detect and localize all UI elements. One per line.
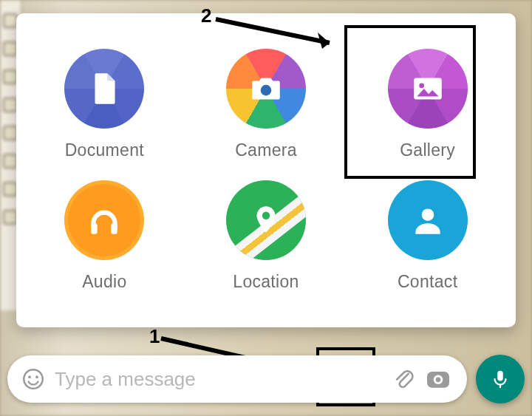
attach-option-contact[interactable]: Contact: [361, 180, 494, 292]
attach-option-audio[interactable]: Audio: [38, 180, 171, 292]
message-input-row: [7, 352, 525, 406]
camera-button[interactable]: [421, 362, 455, 396]
svg-point-5: [262, 212, 270, 219]
svg-point-12: [28, 375, 31, 378]
document-icon: [64, 49, 144, 129]
attach-option-label: Contact: [398, 272, 457, 292]
location-icon: [226, 180, 306, 260]
paperclip-icon: [392, 366, 417, 392]
attach-option-label: Document: [65, 140, 144, 160]
attach-option-document[interactable]: Document: [38, 49, 171, 160]
attach-option-label: Gallery: [400, 140, 455, 160]
svg-rect-17: [497, 371, 503, 381]
svg-point-2: [419, 83, 424, 88]
attach-button[interactable]: [387, 362, 421, 396]
svg-rect-3: [92, 223, 98, 234]
camera-small-icon: [423, 364, 453, 394]
microphone-icon: [489, 368, 511, 390]
attach-option-label: Audio: [82, 272, 126, 292]
message-input-pill: [7, 355, 467, 403]
svg-point-0: [261, 84, 272, 95]
voice-message-button[interactable]: [476, 355, 525, 403]
emoji-button[interactable]: [16, 362, 50, 396]
svg-point-6: [421, 209, 434, 222]
svg-point-16: [436, 378, 441, 383]
annotation-number-1: 1: [149, 325, 160, 348]
attach-option-camera[interactable]: Camera: [200, 49, 332, 160]
attach-option-label: Location: [233, 272, 299, 292]
svg-point-11: [24, 369, 43, 389]
gallery-icon: [388, 49, 468, 129]
emoji-icon: [21, 366, 46, 392]
annotation-number-2: 2: [201, 4, 211, 27]
attach-option-gallery[interactable]: Gallery: [361, 49, 494, 160]
attach-option-location[interactable]: Location: [200, 180, 332, 292]
contact-icon: [388, 180, 468, 260]
svg-point-13: [35, 375, 38, 378]
svg-rect-4: [112, 223, 117, 234]
camera-icon: [226, 49, 306, 129]
attachment-picker: Document Camera Gallery: [16, 13, 516, 327]
message-input[interactable]: [53, 367, 387, 392]
attach-option-label: Camera: [235, 140, 297, 160]
audio-icon: [64, 180, 144, 260]
